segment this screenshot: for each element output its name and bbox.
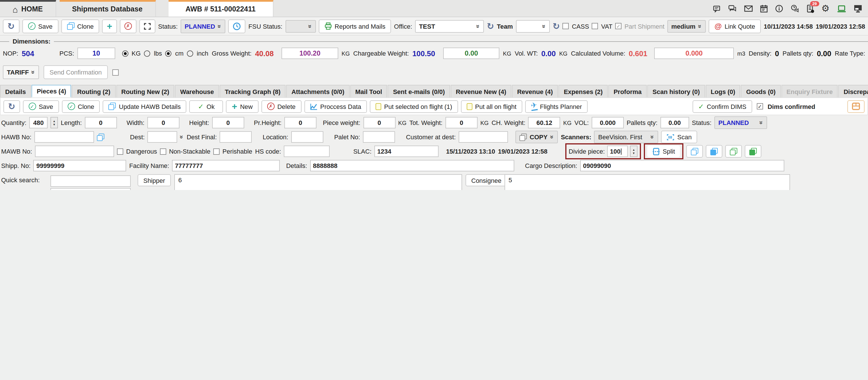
- put-selected-on-flight-button[interactable]: Put selected on flight (1): [370, 100, 458, 113]
- fsu-status-dropdown[interactable]: [285, 20, 316, 32]
- clone-button[interactable]: Clone: [61, 19, 99, 33]
- kg-radio[interactable]: [122, 50, 128, 57]
- cm-radio[interactable]: [165, 50, 172, 57]
- pieces-clone-button[interactable]: Clone: [62, 100, 100, 113]
- gross-weight-input[interactable]: 100.20: [282, 48, 338, 59]
- quantity-input[interactable]: 480: [29, 117, 48, 128]
- width-input[interactable]: 0: [147, 117, 180, 128]
- tab-tracking-graph-8[interactable]: Tracking Graph (8): [220, 85, 285, 97]
- length-input[interactable]: 0: [85, 117, 117, 128]
- shipp-no-input[interactable]: 99999999: [34, 160, 126, 171]
- notifications-icon[interactable]: 29: [806, 4, 814, 13]
- piece-status-dropdown[interactable]: PLANNED: [714, 116, 767, 129]
- tab-goods-0[interactable]: Goods (0): [741, 85, 781, 97]
- inch-radio[interactable]: [187, 50, 193, 57]
- tariff-dropdown[interactable]: TARIFF: [3, 65, 39, 79]
- tab-routing-new-2[interactable]: Routing New (2): [116, 85, 174, 97]
- location-input[interactable]: [291, 131, 323, 143]
- consignee-box[interactable]: 5: [504, 174, 790, 190]
- scan-button[interactable]: Scan: [661, 131, 698, 143]
- pr-height-input[interactable]: 0: [284, 117, 316, 128]
- copy-all-button[interactable]: [706, 145, 723, 158]
- consignee-button[interactable]: Consignee: [466, 174, 507, 186]
- package-button[interactable]: [847, 100, 865, 113]
- refresh-button[interactable]: [3, 19, 19, 33]
- piece-weight-input[interactable]: 0: [363, 117, 395, 128]
- delete-button[interactable]: Delete: [261, 100, 301, 113]
- calculated-volume-input[interactable]: 0.000: [654, 48, 734, 59]
- tab-scan-history-0[interactable]: Scan history (0): [647, 85, 705, 97]
- divide-piece-stepper[interactable]: [630, 146, 638, 157]
- details-input[interactable]: 8888888: [310, 160, 514, 171]
- calendar-icon[interactable]: [760, 5, 767, 12]
- pieces-refresh-button[interactable]: [3, 100, 20, 113]
- chevron-down-icon[interactable]: [180, 133, 184, 140]
- tab-shipments-database[interactable]: Shipments Database: [59, 0, 156, 17]
- add-button[interactable]: [102, 19, 117, 33]
- shipper-button[interactable]: Shipper: [137, 174, 171, 186]
- paste-piece-button[interactable]: [725, 145, 742, 158]
- ch-weight-input[interactable]: 60.12: [528, 117, 560, 128]
- chats-icon[interactable]: [728, 5, 737, 12]
- tot-weight-input[interactable]: 0: [445, 117, 477, 128]
- non-stackable-checkbox[interactable]: [160, 148, 166, 155]
- priority-dropdown[interactable]: medium: [667, 20, 706, 32]
- status-dropdown[interactable]: PLANNED: [181, 19, 226, 33]
- pcs-input[interactable]: 10: [78, 48, 115, 59]
- palet-no-input[interactable]: [363, 131, 395, 143]
- facility-name-input[interactable]: 77777777: [172, 160, 280, 171]
- link-quote-button[interactable]: Link Quote: [709, 19, 761, 33]
- pallets-qty-input[interactable]: 0.00: [660, 117, 689, 128]
- height-input[interactable]: 0: [212, 117, 244, 128]
- copy-dropdown-button[interactable]: COPY: [516, 131, 558, 143]
- confirm-dims-button[interactable]: Confirm DIMS: [692, 100, 752, 113]
- send-confirmation-button[interactable]: Send Confirmation: [44, 65, 107, 79]
- tab-proforma[interactable]: Proforma: [608, 85, 647, 97]
- hawb-no-input[interactable]: [34, 131, 94, 143]
- tab-logs-0[interactable]: Logs (0): [706, 85, 740, 97]
- quick-search-input[interactable]: [51, 176, 131, 187]
- hs-code-input[interactable]: [284, 146, 330, 157]
- tab-pieces-4[interactable]: Pieces (4): [32, 85, 71, 97]
- cancel-button[interactable]: [120, 19, 136, 33]
- save-button[interactable]: Save: [22, 19, 58, 33]
- mawb-no-input[interactable]: [35, 146, 114, 157]
- mail-icon[interactable]: [744, 5, 752, 12]
- cargo-description-input[interactable]: 09099090: [580, 160, 784, 171]
- shipper-box[interactable]: 6: [174, 174, 462, 190]
- perishable-checkbox[interactable]: [213, 148, 220, 155]
- shipper-eori-input[interactable]: [51, 188, 131, 190]
- dest-final-input[interactable]: [220, 131, 252, 143]
- split-button[interactable]: Split: [647, 146, 680, 157]
- fullscreen-button[interactable]: [139, 19, 155, 33]
- office-refresh-icon[interactable]: [487, 21, 494, 31]
- team-refresh-icon[interactable]: [553, 21, 560, 31]
- tab-home[interactable]: HOME: [0, 0, 56, 17]
- new-button[interactable]: New: [226, 100, 258, 113]
- dest-input[interactable]: [148, 131, 178, 143]
- office-dropdown[interactable]: TEST: [415, 20, 484, 32]
- divide-piece-input[interactable]: 100: [607, 146, 628, 157]
- history-button[interactable]: [228, 19, 246, 33]
- copy-piece-button[interactable]: [686, 145, 703, 158]
- comment-icon[interactable]: [712, 5, 720, 12]
- dims-confirmed-checkbox[interactable]: [757, 103, 763, 109]
- flights-planner-button[interactable]: Flights Planner: [525, 100, 588, 113]
- gear-icon[interactable]: ⚙: [821, 4, 830, 13]
- tab-expenses-2[interactable]: Expenses (2): [559, 85, 608, 97]
- update-hawb-details-button[interactable]: Update HAWB Details: [103, 100, 187, 113]
- tab-routing-2[interactable]: Routing (2): [72, 85, 116, 97]
- process-data-button[interactable]: Proccess Data: [304, 100, 367, 113]
- monitor-icon[interactable]: [854, 5, 862, 12]
- tab-revenue-4[interactable]: Revenue (4): [512, 85, 558, 97]
- scanners-dropdown[interactable]: BeeVision. First: [594, 131, 658, 143]
- vol-input[interactable]: 0.000: [592, 117, 624, 128]
- laptop-icon[interactable]: [837, 5, 846, 12]
- tab-discrepancy-2[interactable]: Discrepancy (2): [838, 85, 868, 97]
- tab-warehouse[interactable]: Warehouse: [175, 85, 219, 97]
- copy-icon[interactable]: [97, 133, 104, 141]
- reports-and-mails-button[interactable]: Reports and Mails: [318, 19, 391, 33]
- ok-button[interactable]: Ok: [189, 100, 223, 113]
- cass-checkbox[interactable]: [563, 23, 569, 29]
- tab-sent-e-mails-0-0[interactable]: Sent e-mails (0/0): [388, 85, 450, 97]
